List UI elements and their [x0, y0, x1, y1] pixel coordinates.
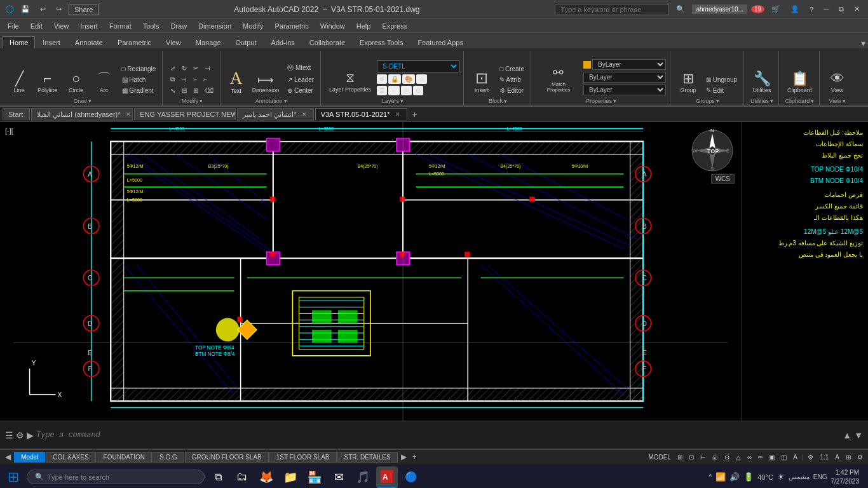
view-expand-icon[interactable]: ▾ [843, 98, 846, 104]
color-dropdown[interactable]: ByLayer [592, 59, 666, 70]
scale-button[interactable]: ⤡ [168, 86, 178, 95]
otrack-toggle[interactable]: ∞ [745, 453, 754, 461]
tab-home[interactable]: Home [3, 36, 35, 48]
extend-button[interactable]: ⊣ [202, 64, 213, 73]
clipboard-button[interactable]: 📋 Clipboard [784, 70, 815, 95]
menu-dimension[interactable]: Dimension [193, 21, 236, 31]
doc-tab-4[interactable]: V3A STR.05-01-2021* ✕ [315, 108, 407, 120]
tab-annotate[interactable]: Annotate [68, 36, 110, 48]
doc-tab-start[interactable]: Start [3, 108, 30, 120]
tab-parametric[interactable]: Parametric [111, 36, 158, 48]
pinned-file-explorer[interactable]: 🗂 [231, 466, 253, 488]
annotation-expand-icon[interactable]: ▾ [284, 98, 287, 104]
layer-dropdown[interactable]: S-DETL [377, 60, 459, 72]
menu-edit[interactable]: Edit [25, 21, 48, 31]
ribbon-collapse-button[interactable]: ▾ [861, 38, 865, 48]
layer-lock-button[interactable]: 🔒 [388, 74, 401, 84]
model-btn[interactable]: MODEL [646, 453, 674, 461]
add-sheet-button[interactable]: + [410, 452, 419, 461]
linewt-toggle[interactable]: ═ [756, 453, 765, 461]
lineweight-dropdown[interactable]: ByLayer [583, 85, 666, 95]
mtext-button[interactable]: Ⓜ Mtext [285, 62, 316, 74]
layer-previous-button[interactable]: ← [388, 86, 400, 95]
tab-output[interactable]: Output [229, 36, 264, 48]
account-button[interactable]: 👤 [787, 4, 803, 15]
polyline-button[interactable]: ⌐ Polyline [34, 70, 61, 95]
quick-access-undo[interactable]: ↩ [37, 4, 49, 15]
circle-button[interactable]: ○ Circle [64, 70, 89, 95]
arc-button[interactable]: ⌒ Arc [92, 70, 117, 95]
hatch-button[interactable]: ▨ Hatch [119, 75, 149, 85]
close-button[interactable]: ✕ [851, 4, 863, 15]
copy-button[interactable]: ⧉ [168, 74, 177, 85]
gradient-button[interactable]: ▦ Gradient [119, 86, 156, 95]
rect-button[interactable]: □ Rectangle [119, 64, 159, 74]
anno-scale-2[interactable]: A [832, 453, 842, 461]
line-button[interactable]: ╱ Line [6, 70, 32, 95]
sheet-model[interactable]: Model [14, 452, 45, 463]
sheet-str-details[interactable]: STR. DETAILES [337, 452, 398, 463]
tab-featured[interactable]: Featured Apps [410, 36, 470, 48]
close-tab-3[interactable]: ✕ [302, 111, 307, 118]
utilities-button[interactable]: 🔧 Utilities [749, 70, 775, 95]
layer-unisolate-button[interactable]: ⊙ [413, 86, 423, 95]
modify-expand-icon[interactable]: ▾ [200, 98, 203, 104]
close-tab-4[interactable]: ✕ [395, 111, 400, 118]
anno-scale[interactable]: 1:1 [817, 453, 831, 461]
chamfer-button[interactable]: ⌐ [201, 74, 210, 85]
cmd-arrow-icon[interactable]: ▶ [27, 430, 34, 440]
help-button[interactable]: ? [806, 4, 817, 15]
clipboard-expand-icon[interactable]: ▾ [811, 98, 814, 104]
menu-tools[interactable]: Tools [138, 21, 165, 31]
cad-canvas[interactable]: A B C D E F A B C D E F 5Φ12/M L=5000 B3… [0, 122, 741, 421]
menu-modify[interactable]: Modify [238, 21, 268, 31]
fillet-button[interactable]: ⌐ [191, 74, 200, 85]
title-search-input[interactable] [555, 4, 669, 15]
menu-window[interactable]: Window [315, 21, 350, 31]
group-edit-button[interactable]: ✎ Edit [703, 86, 740, 95]
layer-match-button[interactable]: ≣ [377, 86, 387, 95]
mirror-button[interactable]: ⊣ [179, 74, 189, 85]
autocad-running[interactable]: A [376, 466, 398, 488]
sheet-col-axes[interactable]: COL &AXES [46, 452, 95, 463]
offset-button[interactable]: ⊟ [179, 86, 189, 95]
cmd-scroll-up[interactable]: ▲ [843, 430, 851, 440]
layer-state-button[interactable]: ☆ [416, 74, 427, 84]
osnap-toggle[interactable]: ⊙ [722, 453, 732, 461]
cmd-menu-icon[interactable]: ☰ [5, 430, 13, 440]
workspace-button[interactable]: ⚙ [805, 453, 816, 461]
tab-collaborate[interactable]: Collaborate [302, 36, 352, 48]
layer-properties-button[interactable]: ⧖ Layer Properties [326, 69, 374, 95]
ortho-toggle[interactable]: ⊢ [698, 453, 709, 461]
snap-toggle[interactable]: ⊡ [686, 453, 696, 461]
layer-isolate-button[interactable]: ◎ [401, 86, 412, 95]
pinned-browser[interactable]: 🦊 [255, 466, 277, 488]
utilities-expand-icon[interactable]: ▾ [770, 98, 773, 104]
tab-view[interactable]: View [159, 36, 188, 48]
pinned-store[interactable]: 🏪 [304, 466, 325, 488]
search-button[interactable]: 🔍 [673, 4, 688, 15]
dimension-button[interactable]: ⟼ Dimension [249, 72, 283, 95]
anno-monitor[interactable]: A [790, 453, 800, 461]
grid-toggle[interactable]: ⊞ [675, 453, 685, 461]
layer-color-button[interactable]: 🎨 [402, 74, 415, 84]
pinned-music[interactable]: 🎵 [352, 466, 374, 488]
doc-tab-1[interactable]: انشائي الفيلا (ahmedyaser)* ✕ [31, 108, 133, 121]
erase-button[interactable]: ⌫ [202, 86, 216, 95]
next-sheet-button[interactable]: ▶ [398, 452, 409, 461]
new-tab-button[interactable]: + [409, 108, 421, 121]
command-input[interactable] [36, 431, 840, 440]
rotate-button[interactable]: ↻ [179, 64, 189, 73]
minimize-button[interactable]: ─ [820, 4, 832, 15]
sheet-foundation[interactable]: FOUNDATION [97, 452, 152, 463]
menu-view[interactable]: View [49, 21, 74, 31]
menu-insert[interactable]: Insert [75, 21, 103, 31]
doc-tab-2[interactable]: ENG YASSER PROJECT NEW* ✕ [134, 108, 236, 120]
define-attrib-button[interactable]: ✎ Attrib [497, 75, 527, 85]
3dosnap-toggle[interactable]: △ [733, 453, 743, 461]
quick-access-redo[interactable]: ↪ [53, 4, 65, 15]
menu-file[interactable]: File [3, 21, 24, 31]
leader-button[interactable]: ↗ Leader [285, 75, 316, 85]
text-button[interactable]: A Text [226, 68, 246, 95]
show-hidden-icons[interactable]: ^ [709, 473, 712, 480]
